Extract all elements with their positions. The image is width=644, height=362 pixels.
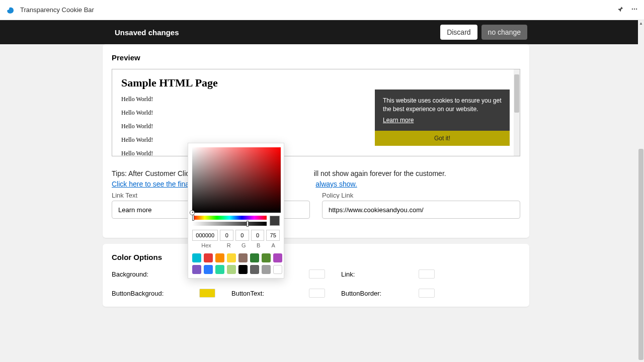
unsaved-message: Unsaved changes [115, 28, 179, 37]
alpha-slider[interactable] [192, 222, 267, 226]
policylink-label: Policy Link [322, 192, 520, 199]
picker-label-hex: Hex [192, 242, 220, 248]
tips-text: Tips: After Customer Clicked xxxxxxxxxxx… [112, 168, 520, 190]
preset-swatch[interactable] [204, 265, 213, 274]
svg-point-1 [634, 8, 635, 9]
preview-card: Preview Sample HTML Page Hello World! He… [103, 44, 529, 238]
picker-label-a: A [267, 242, 280, 248]
scrollbar-up-arrow[interactable]: ▲ [638, 20, 644, 26]
swatch-buttonbg[interactable] [199, 289, 215, 298]
swatch-link[interactable] [419, 269, 435, 279]
preset-swatch[interactable] [262, 253, 271, 262]
swatch-buttonborder[interactable] [419, 289, 435, 298]
preview-heading: Preview [112, 53, 520, 62]
preview-frame: Sample HTML Page Hello World! Hello Worl… [112, 69, 520, 156]
hue-slider[interactable] [192, 216, 267, 220]
page-scrollbar[interactable]: ▲ [638, 20, 644, 362]
cookie-bar-preview: This website uses cookies to ensure you … [375, 89, 510, 146]
label-buttonborder: ButtonBorder: [341, 290, 407, 297]
picker-g-input[interactable] [235, 230, 249, 241]
preset-swatch[interactable] [227, 253, 236, 262]
picker-current-swatch [270, 216, 280, 226]
label-buttontext: ButtonText: [231, 290, 297, 297]
titlebar: Transparency Cookie Bar [0, 0, 644, 20]
label-buttonbg: ButtonBackgroud: [112, 290, 187, 297]
label-link: Link: [341, 270, 407, 278]
preview-scrollbar[interactable] [514, 69, 520, 156]
preset-swatch[interactable] [238, 265, 248, 274]
picker-b-input[interactable] [251, 230, 265, 241]
preset-swatch[interactable] [273, 265, 282, 274]
color-options-card: Color Options Background: Text: Link: Bu… [103, 244, 529, 307]
swatch-text[interactable] [309, 269, 325, 279]
unsaved-changes-bar: Unsaved changes Discard no change [0, 20, 638, 44]
preset-swatch[interactable] [227, 265, 236, 274]
policylink-input[interactable] [322, 201, 520, 219]
color-picker-popover[interactable]: Hex R G B A [188, 143, 284, 279]
preset-swatch[interactable] [273, 253, 282, 262]
pin-icon[interactable] [617, 6, 624, 15]
picker-presets [192, 253, 280, 274]
cookie-gotit-button[interactable]: Got it! [375, 131, 510, 146]
swatch-buttontext[interactable] [309, 289, 325, 298]
nochange-button[interactable]: no change [481, 25, 527, 40]
app-title: Transparency Cookie Bar [20, 6, 94, 14]
label-background: Background: [112, 270, 187, 278]
preset-swatch[interactable] [262, 265, 271, 274]
cookie-learn-more-link[interactable]: Learn more [383, 116, 414, 125]
picker-label-r: R [222, 242, 235, 248]
picker-a-input[interactable] [266, 230, 280, 241]
preset-swatch[interactable] [192, 253, 201, 262]
picker-hex-input[interactable] [192, 230, 218, 241]
preset-swatch[interactable] [250, 253, 259, 262]
cookie-message: This website uses cookies to ensure you … [383, 97, 501, 113]
preset-swatch[interactable] [215, 265, 224, 274]
preset-swatch[interactable] [238, 253, 248, 262]
discard-button[interactable]: Discard [440, 25, 477, 40]
tips-link-2[interactable]: always show. [315, 180, 357, 188]
more-icon[interactable] [631, 6, 638, 15]
app-icon [6, 6, 15, 15]
saturation-area[interactable] [192, 147, 281, 213]
preset-swatch[interactable] [192, 265, 201, 274]
preset-swatch[interactable] [250, 265, 259, 274]
picker-label-g: G [237, 242, 250, 248]
svg-point-2 [636, 8, 637, 9]
svg-point-0 [632, 8, 633, 9]
picker-r-input[interactable] [220, 230, 233, 241]
color-options-heading: Color Options [112, 253, 520, 261]
picker-label-b: B [252, 242, 265, 248]
preview-sample-title: Sample HTML Page [121, 76, 511, 89]
scrollbar-thumb[interactable] [638, 149, 643, 360]
preview-line: Hello World! [121, 150, 511, 156]
preset-swatch[interactable] [204, 253, 213, 262]
preset-swatch[interactable] [215, 253, 224, 262]
